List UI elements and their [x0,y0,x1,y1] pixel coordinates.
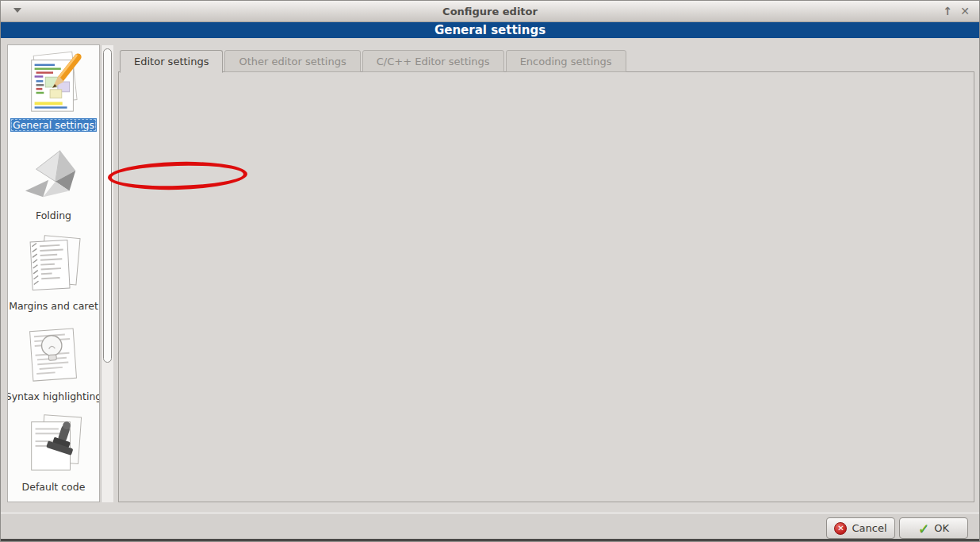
settings-tabbar: Editor settings Other editor settings C/… [120,50,626,72]
tab-other-editor-settings[interactable]: Other editor settings [224,50,360,72]
origami-fold-icon [18,140,90,207]
sidebar-item-label: Syntax highlighting [7,390,100,403]
dialog-header: General settings [1,22,979,38]
ok-check-icon: ✓ [918,521,929,536]
tab-encoding-settings[interactable]: Encoding settings [506,50,626,72]
sidebar-scrollbar[interactable] [101,45,113,502]
sidebar-item-label: Folding [33,209,74,222]
sidebar-item-default-code[interactable]: Default code [18,412,90,494]
stamp-document-icon [18,412,90,479]
sidebar-item-label: Default code [20,480,88,494]
sidebar-item-label: General settings [10,118,97,132]
editor-settings-panel [118,71,974,502]
window-menu-icon[interactable] [13,8,21,13]
page-title: General settings [434,23,546,37]
document-margins-icon [18,231,90,298]
sidebar-item-folding[interactable]: Folding [18,140,90,222]
tab-cpp-editor-settings[interactable]: C/C++ Editor settings [362,50,504,72]
sidebar-item-label: Margins and caret [7,299,100,313]
dialog-button-bar: ✕ Cancel ✓ OK [1,513,979,539]
cancel-icon: ✕ [834,522,847,535]
configure-editor-dialog: Configure editor ↑ ✕ General settings [0,0,980,542]
settings-category-list: General settings Folding [7,44,100,502]
sidebar-item-margins-and-caret[interactable]: Margins and caret [7,231,100,313]
lightbulb-document-icon [18,321,90,388]
cancel-button[interactable]: ✕ Cancel [826,517,895,539]
window-bottom-edge [1,539,979,542]
window-title: Configure editor [1,6,979,17]
maximize-button[interactable]: ↑ [940,3,955,19]
ok-button[interactable]: ✓ OK [899,517,968,539]
close-button[interactable]: ✕ [957,3,973,19]
sidebar-item-general-settings[interactable]: General settings [10,50,97,132]
code-pages-pencil-icon [18,50,90,117]
titlebar: Configure editor ↑ ✕ [1,1,979,22]
sidebar-item-syntax-highlighting[interactable]: Syntax highlighting [7,321,100,403]
sidebar-scrollbar-thumb[interactable] [103,48,112,363]
tab-editor-settings[interactable]: Editor settings [120,50,223,73]
